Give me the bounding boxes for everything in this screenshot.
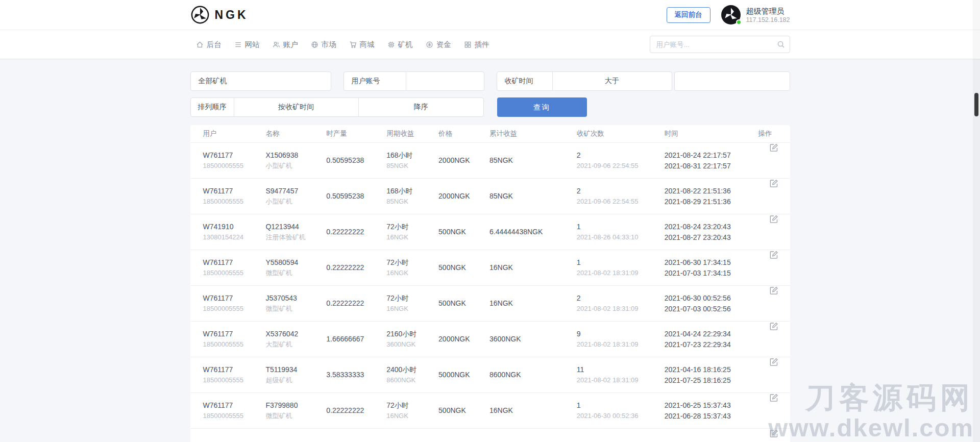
cell-value: 72小时 bbox=[386, 401, 438, 410]
cell-total: 16NGK bbox=[489, 286, 577, 321]
column-header: 用户 bbox=[203, 129, 266, 138]
cell-count: 1 bbox=[577, 429, 665, 442]
query-button[interactable]: 查询 bbox=[497, 97, 587, 117]
cell-subvalue: 2021-07-25 18:16:25 bbox=[665, 376, 758, 385]
cell-hourly: 0.50595238 bbox=[326, 143, 386, 178]
edit-icon[interactable] bbox=[769, 214, 778, 224]
account-filter-input[interactable] bbox=[406, 72, 484, 90]
cell-value: S9477457 bbox=[265, 187, 326, 195]
cell-subvalue: 微型矿机 bbox=[265, 305, 326, 313]
cell-value: 2021-06-25 15:37:43 bbox=[665, 401, 758, 410]
order-direction-select[interactable]: 降序 bbox=[359, 98, 483, 116]
cell-period: 2400小时8600NGK bbox=[386, 357, 438, 392]
cell-value: 0.50595238 bbox=[326, 156, 386, 165]
nav-item-mall[interactable]: 商城 bbox=[344, 30, 380, 59]
cell-total: 85NGK bbox=[489, 143, 577, 178]
cell-total: 16NGK bbox=[489, 393, 577, 428]
cell-value: 2 bbox=[577, 151, 665, 160]
grid-icon bbox=[464, 41, 472, 48]
nav-item-funds[interactable]: 资金 bbox=[420, 30, 457, 59]
edit-icon[interactable] bbox=[769, 429, 778, 438]
cell-period: 72小时16NGK bbox=[386, 286, 438, 321]
avatar[interactable] bbox=[721, 5, 741, 25]
cell-time1: 2021-06-25 15:37:432021-06-28 15:37:43 bbox=[665, 393, 758, 428]
cell-subvalue: 2021-08-26 04:33:10 bbox=[577, 233, 665, 241]
cell-user: W761177 bbox=[203, 429, 266, 442]
minetime-value-box bbox=[674, 71, 790, 91]
cell-time1: 2021-04-16 18:16:252021-07-25 18:16:25 bbox=[665, 357, 758, 392]
table-row: W76117718500005555X1506938小型矿机0.50595238… bbox=[190, 143, 790, 179]
nav-item-market[interactable]: 市场 bbox=[305, 30, 342, 59]
order-field-select[interactable]: 按收矿时间 bbox=[234, 98, 359, 116]
cell-price: 500NGK bbox=[438, 214, 489, 250]
cell-name: X5376042大型矿机 bbox=[265, 322, 326, 357]
cell-value: 2021-08-24 22:17:57 bbox=[665, 151, 758, 160]
nav-item-plugins[interactable]: 插件 bbox=[458, 30, 495, 59]
nav-item-label: 后台 bbox=[207, 40, 222, 50]
nav-item-label: 市场 bbox=[322, 40, 336, 50]
ngk-logo-icon bbox=[190, 5, 210, 24]
cell-value: 16NGK bbox=[489, 406, 577, 415]
edit-icon[interactable] bbox=[769, 357, 778, 366]
admin-profile[interactable]: 超级管理员 117.152.16.182 bbox=[721, 5, 790, 25]
search-input[interactable] bbox=[650, 36, 790, 53]
scrollbar-thumb[interactable] bbox=[974, 93, 978, 116]
nav-item-miners[interactable]: 矿机 bbox=[382, 30, 419, 59]
table-row: W76117718500005555J5370543微型矿机0.22222222… bbox=[190, 286, 790, 322]
cell-count: 92021-08-02 18:31:09 bbox=[577, 322, 665, 357]
minetime-filter: 收矿时间 大于 bbox=[497, 71, 672, 91]
cell-price: 500NGK bbox=[438, 286, 489, 321]
cell-subvalue: 18500005555 bbox=[203, 162, 266, 170]
edit-icon[interactable] bbox=[769, 286, 778, 295]
nav-item-backstage[interactable]: 后台 bbox=[190, 30, 227, 59]
cell-user: W76117718500005555 bbox=[203, 250, 266, 285]
nav-item-accounts[interactable]: 账户 bbox=[267, 30, 304, 59]
edit-icon[interactable] bbox=[769, 393, 778, 402]
cell-name: S9477457小型矿机 bbox=[265, 179, 326, 214]
cell-value: 500NGK bbox=[438, 406, 489, 415]
cell-value: 3.58333333 bbox=[326, 371, 386, 379]
table-row: W76117718500005555T5119934超级矿机3.58333333… bbox=[190, 357, 790, 393]
cell-subvalue: 2021-06-28 15:37:43 bbox=[665, 412, 758, 421]
logo: NGK bbox=[190, 5, 249, 24]
nav-item-website[interactable]: 网站 bbox=[229, 30, 265, 59]
cell-price bbox=[438, 429, 489, 442]
cell-value: 500NGK bbox=[438, 228, 489, 236]
cell-hourly: 0.22222222 bbox=[326, 286, 386, 321]
table-row: W74191013080154224Q1213944注册体验矿机0.222222… bbox=[190, 214, 790, 250]
globe-icon bbox=[311, 41, 318, 48]
cell-value: 2 bbox=[577, 187, 665, 195]
nav-item-label: 资金 bbox=[436, 40, 451, 50]
column-header: 时产量 bbox=[326, 129, 386, 138]
edit-icon[interactable] bbox=[769, 250, 778, 259]
coin-icon bbox=[426, 41, 433, 48]
search-icon[interactable] bbox=[777, 40, 785, 48]
cell-value: 2021-08-24 23:20:43 bbox=[665, 223, 758, 231]
cell-time1: 2021-08-22 21:51:362021-08-29 21:51:36 bbox=[665, 179, 758, 214]
scrollbar-track[interactable] bbox=[973, 0, 980, 442]
cell-subvalue: 18500005555 bbox=[203, 198, 266, 206]
cell-subvalue: 2021-08-29 21:51:36 bbox=[665, 198, 758, 206]
column-header: 时间 bbox=[665, 129, 758, 138]
cell-hourly: 1.66666667 bbox=[326, 322, 386, 357]
miner-table: 用户名称时产量周期收益价格累计收益收矿次数时间操作 W7611771850000… bbox=[190, 125, 790, 442]
edit-icon[interactable] bbox=[769, 179, 778, 188]
table-row: W76117718500005555X5376042大型矿机1.66666667… bbox=[190, 322, 790, 357]
back-to-frontend-button[interactable]: 返回前台 bbox=[667, 7, 710, 23]
list-icon bbox=[234, 41, 242, 48]
cell-subvalue: 18500005555 bbox=[203, 376, 266, 384]
cell-value: 2021-04-16 18:16:25 bbox=[665, 365, 758, 374]
edit-icon[interactable] bbox=[769, 322, 778, 331]
cell-subvalue: 2021-06-30 00:52:36 bbox=[577, 412, 665, 420]
cell-time1: 2021-06-18 19:41:00 bbox=[665, 429, 758, 442]
cell-subvalue: 2021-08-31 22:17:57 bbox=[665, 162, 758, 170]
edit-icon[interactable] bbox=[769, 143, 778, 152]
compare-select[interactable]: 大于 bbox=[553, 77, 672, 86]
cell-period: 72小时 bbox=[386, 429, 438, 442]
minetime-value-input[interactable] bbox=[675, 72, 790, 90]
cell-value: 1 bbox=[577, 401, 665, 410]
cell-period: 168小时85NGK bbox=[386, 143, 438, 178]
cell-value: W761177 bbox=[203, 187, 266, 195]
column-header: 累计收益 bbox=[489, 129, 577, 138]
miner-type-select[interactable]: 全部矿机 bbox=[190, 71, 331, 91]
